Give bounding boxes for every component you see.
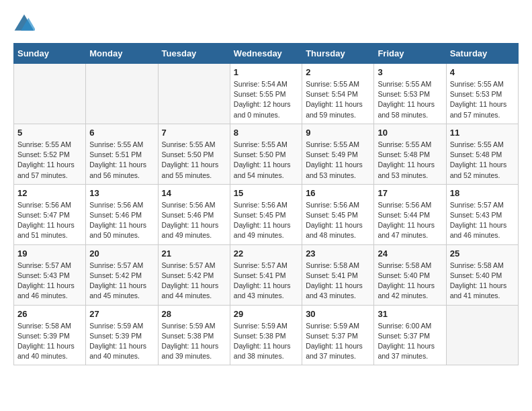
day-number: 15 [234, 188, 298, 198]
calendar-cell: 2Sunrise: 5:55 AMSunset: 5:54 PMDaylight… [302, 64, 374, 124]
day-header-wednesday: Wednesday [230, 44, 302, 64]
day-header-thursday: Thursday [302, 44, 374, 64]
day-info: Sunrise: 5:58 AMSunset: 5:41 PMDaylight:… [306, 261, 370, 302]
day-number: 29 [234, 309, 298, 319]
day-info: Sunrise: 5:56 AMSunset: 5:44 PMDaylight:… [378, 200, 442, 241]
calendar-cell: 23Sunrise: 5:58 AMSunset: 5:41 PMDayligh… [302, 244, 374, 305]
logo [13, 13, 36, 32]
day-number: 7 [162, 128, 226, 138]
calendar-cell: 5Sunrise: 5:55 AMSunset: 5:52 PMDaylight… [14, 124, 86, 184]
calendar-cell: 6Sunrise: 5:55 AMSunset: 5:51 PMDaylight… [86, 124, 158, 184]
calendar-cell: 24Sunrise: 5:58 AMSunset: 5:40 PMDayligh… [374, 244, 446, 305]
day-info: Sunrise: 5:59 AMSunset: 5:39 PMDaylight:… [89, 321, 154, 362]
day-number: 19 [17, 248, 82, 259]
calendar-week-1: 1Sunrise: 5:54 AMSunset: 5:55 PMDaylight… [14, 64, 519, 124]
calendar-cell: 17Sunrise: 5:56 AMSunset: 5:44 PMDayligh… [374, 184, 446, 244]
day-number: 1 [234, 67, 298, 77]
day-number: 8 [234, 128, 298, 138]
calendar-header-row: SundayMondayTuesdayWednesdayThursdayFrid… [14, 44, 519, 64]
day-info: Sunrise: 5:55 AMSunset: 5:50 PMDaylight:… [162, 140, 226, 181]
day-info: Sunrise: 6:00 AMSunset: 5:37 PMDaylight:… [378, 321, 442, 362]
day-info: Sunrise: 5:58 AMSunset: 5:40 PMDaylight:… [450, 261, 515, 302]
day-number: 18 [450, 188, 515, 198]
calendar-cell: 3Sunrise: 5:55 AMSunset: 5:53 PMDaylight… [374, 64, 446, 124]
day-number: 27 [89, 309, 154, 319]
day-info: Sunrise: 5:55 AMSunset: 5:53 PMDaylight:… [450, 79, 515, 120]
calendar-cell: 8Sunrise: 5:55 AMSunset: 5:50 PMDaylight… [230, 124, 302, 184]
calendar-cell: 4Sunrise: 5:55 AMSunset: 5:53 PMDaylight… [446, 64, 518, 124]
calendar-cell: 29Sunrise: 5:59 AMSunset: 5:38 PMDayligh… [230, 305, 302, 365]
calendar-cell [158, 64, 230, 124]
calendar-cell: 21Sunrise: 5:57 AMSunset: 5:42 PMDayligh… [158, 244, 230, 305]
day-info: Sunrise: 5:55 AMSunset: 5:53 PMDaylight:… [378, 79, 442, 120]
page-header [13, 13, 519, 32]
calendar-cell: 25Sunrise: 5:58 AMSunset: 5:40 PMDayligh… [446, 244, 518, 305]
day-header-sunday: Sunday [14, 44, 86, 64]
calendar-cell: 22Sunrise: 5:57 AMSunset: 5:41 PMDayligh… [230, 244, 302, 305]
calendar-cell [14, 64, 86, 124]
calendar-week-4: 19Sunrise: 5:57 AMSunset: 5:43 PMDayligh… [14, 244, 519, 305]
calendar-cell [86, 64, 158, 124]
day-number: 2 [306, 67, 370, 77]
day-info: Sunrise: 5:56 AMSunset: 5:45 PMDaylight:… [234, 200, 298, 241]
day-info: Sunrise: 5:56 AMSunset: 5:46 PMDaylight:… [89, 200, 154, 241]
day-info: Sunrise: 5:57 AMSunset: 5:42 PMDaylight:… [162, 261, 226, 302]
day-number: 21 [162, 248, 226, 259]
calendar-week-2: 5Sunrise: 5:55 AMSunset: 5:52 PMDaylight… [14, 124, 519, 184]
day-number: 20 [89, 248, 154, 259]
day-header-friday: Friday [374, 44, 446, 64]
calendar-week-5: 26Sunrise: 5:58 AMSunset: 5:39 PMDayligh… [14, 305, 519, 365]
day-number: 26 [17, 309, 82, 319]
day-header-monday: Monday [86, 44, 158, 64]
calendar-cell: 30Sunrise: 5:59 AMSunset: 5:37 PMDayligh… [302, 305, 374, 365]
calendar-cell: 19Sunrise: 5:57 AMSunset: 5:43 PMDayligh… [14, 244, 86, 305]
day-info: Sunrise: 5:59 AMSunset: 5:37 PMDaylight:… [306, 321, 370, 362]
day-number: 6 [89, 128, 154, 138]
day-info: Sunrise: 5:56 AMSunset: 5:47 PMDaylight:… [17, 200, 82, 241]
day-info: Sunrise: 5:57 AMSunset: 5:42 PMDaylight:… [89, 261, 154, 302]
day-number: 14 [162, 188, 226, 198]
day-info: Sunrise: 5:59 AMSunset: 5:38 PMDaylight:… [162, 321, 226, 362]
day-number: 5 [17, 128, 82, 138]
calendar-cell: 7Sunrise: 5:55 AMSunset: 5:50 PMDaylight… [158, 124, 230, 184]
calendar-cell [446, 305, 518, 365]
calendar-cell: 1Sunrise: 5:54 AMSunset: 5:55 PMDaylight… [230, 64, 302, 124]
logo-icon [13, 13, 35, 32]
day-header-tuesday: Tuesday [158, 44, 230, 64]
calendar-cell: 11Sunrise: 5:55 AMSunset: 5:48 PMDayligh… [446, 124, 518, 184]
day-info: Sunrise: 5:55 AMSunset: 5:48 PMDaylight:… [450, 140, 515, 181]
calendar-cell: 18Sunrise: 5:57 AMSunset: 5:43 PMDayligh… [446, 184, 518, 244]
day-number: 9 [306, 128, 370, 138]
day-info: Sunrise: 5:57 AMSunset: 5:43 PMDaylight:… [450, 200, 515, 241]
day-number: 12 [17, 188, 82, 198]
day-number: 11 [450, 128, 515, 138]
day-number: 16 [306, 188, 370, 198]
day-number: 4 [450, 67, 515, 77]
day-header-saturday: Saturday [446, 44, 518, 64]
day-info: Sunrise: 5:55 AMSunset: 5:51 PMDaylight:… [89, 140, 154, 181]
day-info: Sunrise: 5:56 AMSunset: 5:46 PMDaylight:… [162, 200, 226, 241]
day-info: Sunrise: 5:54 AMSunset: 5:55 PMDaylight:… [234, 79, 298, 120]
day-info: Sunrise: 5:58 AMSunset: 5:39 PMDaylight:… [17, 321, 82, 362]
calendar: SundayMondayTuesdayWednesdayThursdayFrid… [13, 43, 519, 365]
day-number: 3 [378, 67, 442, 77]
day-number: 23 [306, 248, 370, 259]
calendar-cell: 16Sunrise: 5:56 AMSunset: 5:45 PMDayligh… [302, 184, 374, 244]
day-number: 25 [450, 248, 515, 259]
calendar-cell: 9Sunrise: 5:55 AMSunset: 5:49 PMDaylight… [302, 124, 374, 184]
calendar-cell: 20Sunrise: 5:57 AMSunset: 5:42 PMDayligh… [86, 244, 158, 305]
calendar-cell: 26Sunrise: 5:58 AMSunset: 5:39 PMDayligh… [14, 305, 86, 365]
day-info: Sunrise: 5:57 AMSunset: 5:43 PMDaylight:… [17, 261, 82, 302]
calendar-week-3: 12Sunrise: 5:56 AMSunset: 5:47 PMDayligh… [14, 184, 519, 244]
day-number: 10 [378, 128, 442, 138]
calendar-cell: 12Sunrise: 5:56 AMSunset: 5:47 PMDayligh… [14, 184, 86, 244]
calendar-cell: 31Sunrise: 6:00 AMSunset: 5:37 PMDayligh… [374, 305, 446, 365]
day-info: Sunrise: 5:59 AMSunset: 5:38 PMDaylight:… [234, 321, 298, 362]
day-number: 31 [378, 309, 442, 319]
day-info: Sunrise: 5:57 AMSunset: 5:41 PMDaylight:… [234, 261, 298, 302]
calendar-cell: 27Sunrise: 5:59 AMSunset: 5:39 PMDayligh… [86, 305, 158, 365]
day-number: 28 [162, 309, 226, 319]
day-info: Sunrise: 5:55 AMSunset: 5:49 PMDaylight:… [306, 140, 370, 181]
day-info: Sunrise: 5:56 AMSunset: 5:45 PMDaylight:… [306, 200, 370, 241]
day-info: Sunrise: 5:55 AMSunset: 5:54 PMDaylight:… [306, 79, 370, 120]
